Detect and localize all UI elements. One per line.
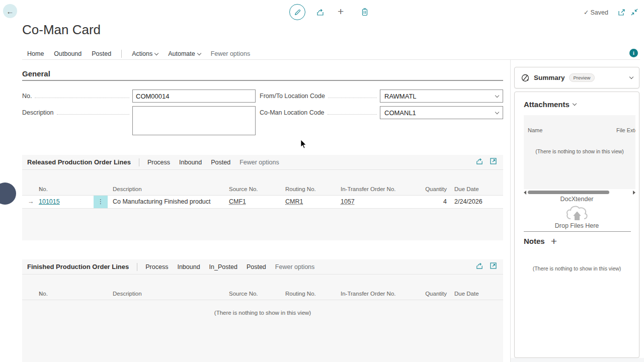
share-icon <box>475 157 484 165</box>
preview-badge: Preview <box>569 73 595 82</box>
new-button[interactable]: + <box>338 6 344 18</box>
description-field-label: Description <box>22 108 131 116</box>
ribbon-menu: Home Outbound Posted Actions Automate Fe… <box>27 49 250 58</box>
released-tab-posted[interactable]: Posted <box>211 159 230 166</box>
attachments-col-name[interactable]: Name <box>528 127 542 133</box>
attachments-scrollbar[interactable] <box>524 190 635 195</box>
section-separator <box>137 263 137 271</box>
col-routing-no[interactable]: Routing No. <box>285 183 316 196</box>
finished-section-title[interactable]: Finished Production Order Lines <box>27 263 129 270</box>
coman-card-page: ← + ✓ Saved <box>0 0 644 362</box>
from-to-location-combo[interactable]: RAWMATL <box>380 89 503 103</box>
ribbon-tab-outbound[interactable]: Outbound <box>54 50 82 57</box>
row-due-date[interactable]: 2/24/2026 <box>454 196 482 208</box>
scrollbar-thumb[interactable] <box>528 191 609 194</box>
row-in-transfer-order-link[interactable]: 1057 <box>341 196 355 208</box>
scroll-right-icon[interactable] <box>633 191 635 195</box>
coman-location-combo[interactable]: COMANL1 <box>380 106 503 119</box>
chevron-down-icon <box>154 51 158 55</box>
finished-tab-posted[interactable]: Posted <box>247 263 266 270</box>
side-floating-button[interactable] <box>0 183 16 205</box>
finished-empty-message: (There is nothing to show in this view) <box>22 310 503 316</box>
ellipsis-icon: ⋮ <box>98 196 104 208</box>
ribbon-tab-posted[interactable]: Posted <box>92 50 111 57</box>
finished-tab-in-posted[interactable]: In_Posted <box>209 263 237 270</box>
row-quantity[interactable]: 4 <box>405 196 447 208</box>
coman-location-value: COMANL1 <box>384 109 416 117</box>
no-field-input[interactable] <box>132 89 256 103</box>
from-to-location-value: RAWMATL <box>384 93 417 100</box>
back-button[interactable]: ← <box>3 4 17 18</box>
row-description[interactable]: Co Manufacturing Finished product <box>113 196 211 208</box>
scroll-left-icon[interactable] <box>524 191 526 195</box>
ribbon-menu-actions[interactable]: Actions <box>132 50 158 57</box>
attachments-heading[interactable]: Attachments <box>524 100 576 109</box>
current-row-pointer-icon: → <box>28 196 34 208</box>
ribbon-separator <box>121 50 122 58</box>
summary-factbox[interactable]: Summary Preview <box>514 67 639 88</box>
share-button[interactable] <box>316 8 325 19</box>
released-openlist-button[interactable] <box>490 157 497 167</box>
copilot-summary-icon <box>521 73 530 82</box>
automate-label: Automate <box>168 50 195 57</box>
row-options-button[interactable]: ⋮ <box>94 196 108 208</box>
chevron-down-icon <box>495 110 499 114</box>
sort-asc-icon: ↑ <box>39 183 42 196</box>
col-due-date[interactable]: Due Date <box>454 183 479 196</box>
collapse-window-button[interactable] <box>630 8 638 18</box>
info-button[interactable]: i <box>629 49 638 57</box>
chevron-down-icon <box>573 102 577 106</box>
finished-openlist-button[interactable] <box>490 262 497 272</box>
finished-tab-inbound[interactable]: Inbound <box>177 263 200 270</box>
col-in-transfer-order-no[interactable]: In-Transfer Order No. <box>341 287 396 300</box>
ribbon-fewer-options[interactable]: Fewer options <box>211 50 251 57</box>
finished-tab-process[interactable]: Process <box>145 263 168 270</box>
col-description[interactable]: Description <box>113 287 142 300</box>
popout-window-button[interactable] <box>618 9 625 18</box>
notes-heading: Notes + <box>524 237 557 245</box>
general-section-heading[interactable]: General <box>22 69 50 78</box>
col-in-transfer-order-no[interactable]: In-Transfer Order No. <box>341 183 396 196</box>
ribbon-divider <box>22 59 640 60</box>
ribbon-tab-home[interactable]: Home <box>27 50 44 57</box>
released-tab-process[interactable]: Process <box>147 159 170 166</box>
row-routing-no-link[interactable]: CMR1 <box>285 196 303 208</box>
collapse-icon <box>630 8 638 16</box>
summary-title: Summary <box>534 74 565 81</box>
coman-location-label: Co-Man Location Code <box>260 108 378 116</box>
mouse-cursor <box>300 139 307 149</box>
notes-title: Notes <box>524 237 545 245</box>
released-table-row: → 101015 ⋮ Co Manufacturing Finished pro… <box>22 196 503 209</box>
finished-lines-section: Finished Production Order Lines Process … <box>22 259 503 362</box>
finished-fewer-options[interactable]: Fewer options <box>275 263 315 270</box>
row-source-no-link[interactable]: CMF1 <box>229 196 246 208</box>
cloud-upload-icon[interactable] <box>565 204 589 222</box>
section-separator <box>139 158 139 166</box>
col-quantity[interactable]: Quantity <box>405 287 447 300</box>
col-quantity[interactable]: Quantity <box>405 183 447 196</box>
col-description[interactable]: Description <box>113 183 142 196</box>
finished-share-button[interactable] <box>475 262 484 272</box>
popout-icon <box>490 157 497 165</box>
released-tab-inbound[interactable]: Inbound <box>179 159 202 166</box>
released-share-button[interactable] <box>475 157 484 167</box>
ribbon-menu-automate[interactable]: Automate <box>168 50 201 57</box>
delete-button[interactable] <box>361 7 369 19</box>
popout-icon <box>618 9 625 16</box>
col-due-date[interactable]: Due Date <box>454 287 479 300</box>
row-no-link[interactable]: 101015 <box>39 196 60 208</box>
attachments-col-file-extension[interactable]: File Exten <box>616 127 635 133</box>
released-fewer-options[interactable]: Fewer options <box>239 159 279 166</box>
attachments-list: Name File Exten (There is nothing to sho… <box>524 115 635 189</box>
description-field-input[interactable] <box>132 106 256 135</box>
edit-button[interactable] <box>289 4 305 20</box>
col-routing-no[interactable]: Routing No. <box>285 287 316 300</box>
docxtender-title: DocXtender <box>515 196 639 203</box>
col-source-no[interactable]: Source No. <box>229 287 258 300</box>
finished-column-headers: No. ↑ Description Source No. Routing No.… <box>22 287 503 300</box>
released-section-title[interactable]: Released Production Order Lines <box>27 158 131 166</box>
col-source-no[interactable]: Source No. <box>229 183 258 196</box>
sort-asc-icon: ↑ <box>39 287 42 300</box>
add-note-button[interactable]: + <box>551 238 557 245</box>
chevron-down-icon <box>629 75 633 79</box>
